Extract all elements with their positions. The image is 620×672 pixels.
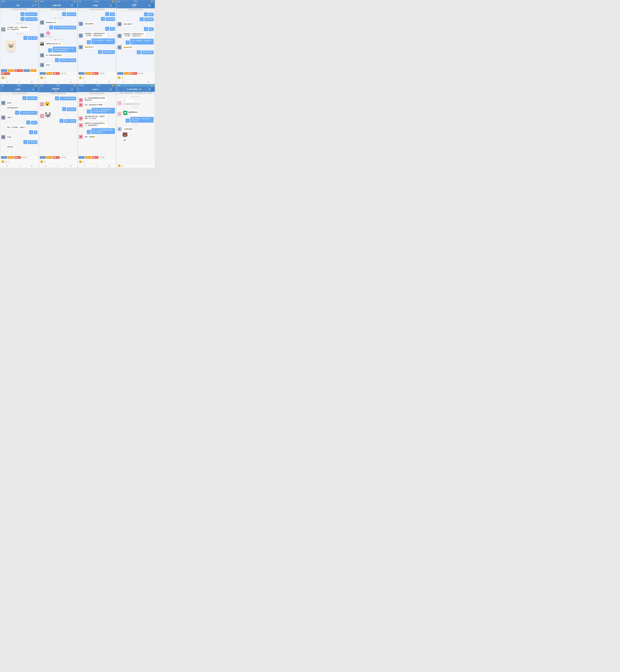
- nav-home[interactable]: ○: [96, 165, 98, 167]
- nav-back[interactable]: <: [45, 81, 46, 83]
- add-button[interactable]: ⊕: [121, 164, 123, 167]
- profile-icon-7[interactable]: 👤: [112, 88, 115, 91]
- toolbar-btn-quickreply[interactable]: 快捷回复: [85, 72, 91, 75]
- nav-menu[interactable]: ≡: [31, 165, 33, 167]
- nav-home[interactable]: ○: [135, 81, 136, 83]
- profile-icon-4[interactable]: 👤: [151, 4, 154, 7]
- toolbar-btn-payment[interactable]: 对外收款: [1, 156, 7, 159]
- emoji-button[interactable]: 😊: [117, 76, 121, 79]
- voice-button[interactable]: ⊙: [8, 160, 10, 163]
- status-icons-2: 📶🔋: [73, 1, 76, 2]
- nav-menu[interactable]: ≡: [147, 81, 149, 83]
- menu-icon-3[interactable]: ☰: [110, 4, 112, 7]
- back-button-2[interactable]: ←: [40, 4, 42, 7]
- menu-icon-7[interactable]: ☰: [110, 88, 112, 91]
- add-button[interactable]: ⊕: [44, 77, 46, 79]
- toolbar-btn-customer[interactable]: 客户详情: [60, 156, 66, 159]
- file-info: 会计科目表.xlsx 310K: [128, 111, 138, 114]
- nav-home[interactable]: ○: [19, 165, 20, 167]
- back-button-7[interactable]: ←: [79, 88, 81, 91]
- nav-menu[interactable]: ≡: [109, 165, 110, 167]
- toolbar-btn-customer[interactable]: 客户详情: [99, 156, 105, 159]
- add-button[interactable]: ⊕: [121, 77, 123, 79]
- toolbar-btn-payment[interactable]: 对外收款: [79, 72, 85, 75]
- toolbar-btn-payment[interactable]: 对外收款: [1, 69, 7, 72]
- profile-icon-8[interactable]: 👤: [151, 88, 154, 91]
- search-icon-1[interactable]: 🔍: [35, 4, 38, 7]
- emoji-button[interactable]: 😊: [40, 76, 43, 79]
- toolbar-btn-live2[interactable]: Live上课直播: [1, 73, 10, 75]
- nav-back[interactable]: <: [6, 165, 8, 167]
- toolbar-btn-customer[interactable]: 客户详情: [99, 72, 105, 75]
- profile-icon-6[interactable]: 👤: [74, 89, 76, 91]
- menu-icon-5[interactable]: ☰: [32, 88, 34, 91]
- toolbar-btn-quickreply[interactable]: 快捷回复: [46, 72, 52, 75]
- profile-icon-2[interactable]: 👤: [74, 4, 76, 7]
- toolbar-btn-live[interactable]: Live上课直播: [14, 69, 23, 72]
- toolbar-btn-customer[interactable]: 客户详情: [60, 72, 66, 75]
- emoji-button[interactable]: 😊: [1, 160, 4, 163]
- back-button-1[interactable]: ←: [1, 4, 3, 7]
- menu-icon-6[interactable]: ☰: [71, 89, 73, 91]
- toolbar-btn-payment[interactable]: 对外收款: [79, 156, 85, 159]
- back-button-5[interactable]: ←: [1, 88, 3, 91]
- avatar: 我: [49, 26, 53, 30]
- nav-back[interactable]: <: [45, 165, 46, 167]
- toolbar-btn-live[interactable]: Live直播: [92, 72, 98, 75]
- avatar: 我: [62, 12, 66, 16]
- toolbar-btn-live[interactable]: Live直播: [53, 72, 60, 75]
- nav-back[interactable]: <: [84, 81, 85, 83]
- menu-icon-1[interactable]: ☰: [32, 4, 34, 7]
- toolbar-btn-quickreply[interactable]: 快捷回复: [85, 156, 91, 159]
- back-button-3[interactable]: ←: [79, 4, 81, 7]
- add-button[interactable]: ⊕: [44, 160, 46, 163]
- menu-icon-4[interactable]: ☰: [149, 4, 150, 7]
- add-button[interactable]: ⊕: [83, 160, 85, 163]
- nav-back[interactable]: <: [6, 81, 8, 83]
- add-button[interactable]: ⊕: [83, 77, 85, 79]
- nav-menu[interactable]: ≡: [31, 81, 33, 83]
- emoji-button[interactable]: 😊: [117, 164, 121, 167]
- status-icons-3: 📶🔋: [112, 1, 115, 2]
- add-button[interactable]: ⊕: [5, 160, 7, 163]
- toolbar-btn-live[interactable]: Live直播: [92, 156, 98, 159]
- menu-icon-2[interactable]: ☰: [71, 4, 73, 7]
- toolbar-btn-live[interactable]: Live直播: [131, 72, 137, 75]
- emoji-button[interactable]: 😊: [79, 76, 82, 79]
- toolbar-btn-payment2[interactable]: 对外收款: [24, 69, 30, 72]
- toolbar-btn-quickreply[interactable]: 快捷回复: [8, 156, 14, 159]
- nav-menu[interactable]: ≡: [109, 81, 110, 83]
- consent-banner-6: 对方默认同意存档会话内容: [39, 92, 78, 95]
- toolbar-btn-quickreply[interactable]: 快捷回复: [124, 72, 130, 75]
- toolbar-btn-live[interactable]: Live直播: [14, 156, 21, 159]
- toolbar-btn-quickreply[interactable]: 快捷回复: [46, 156, 52, 159]
- emoji-button[interactable]: 😊: [1, 76, 4, 79]
- menu-icon-8[interactable]: ☰: [149, 88, 150, 91]
- back-button-8[interactable]: ←: [117, 88, 119, 91]
- nav-home[interactable]: ○: [57, 165, 59, 167]
- emoji-button[interactable]: 😊: [79, 160, 82, 163]
- add-button[interactable]: ⊕: [5, 77, 7, 79]
- toolbar-btn-customer[interactable]: 客户详情: [138, 72, 144, 75]
- nav-menu[interactable]: ≡: [70, 165, 71, 167]
- back-button-4[interactable]: ←: [117, 4, 119, 7]
- toolbar-btn-customer[interactable]: 客户详情: [21, 156, 28, 159]
- emoji-button[interactable]: 😊: [40, 160, 43, 163]
- toolbar-btn-payment[interactable]: 对外收款: [117, 72, 123, 75]
- nav-back[interactable]: <: [84, 165, 85, 167]
- toolbar-btn-quickreply2[interactable]: 快捷回复: [31, 69, 37, 72]
- bubble: 好，年底忙注意身体哈: [60, 97, 76, 100]
- toolbar-btn-quickreply[interactable]: 快捷回复: [8, 69, 14, 72]
- profile-icon-5[interactable]: 👤: [35, 88, 38, 91]
- nav-menu[interactable]: ≡: [70, 81, 71, 83]
- nav-home[interactable]: ○: [96, 81, 98, 83]
- nav-home[interactable]: ○: [57, 81, 59, 83]
- msg-row: 🐻: [117, 132, 154, 137]
- nav-back[interactable]: <: [122, 81, 124, 83]
- nav-home[interactable]: ○: [19, 81, 20, 83]
- profile-icon-3[interactable]: 👤: [112, 4, 115, 7]
- msg-row: 是哒，咱们还有视频解析和讲解那部分内容的呢 我: [79, 128, 115, 134]
- toolbar-btn-live[interactable]: Live直播: [53, 156, 60, 159]
- toolbar-btn-payment[interactable]: 对外收款: [40, 72, 46, 75]
- toolbar-btn-payment[interactable]: 对外收款: [40, 156, 46, 159]
